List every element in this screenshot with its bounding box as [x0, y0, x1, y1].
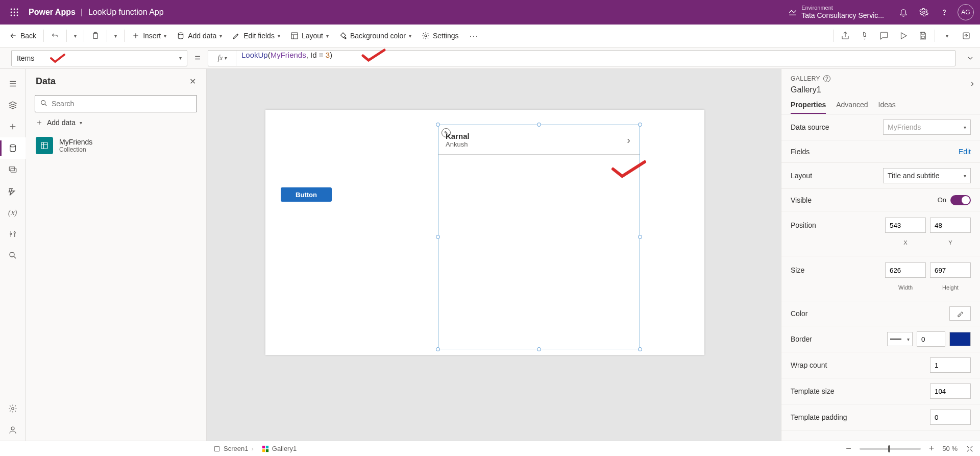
rail-hamburger-icon[interactable]	[0, 73, 26, 94]
formula-input[interactable]: LookUp(MyFriends, Id = 3)	[236, 51, 955, 66]
red-check-annotation	[50, 53, 65, 63]
publish-icon[interactable]	[957, 26, 976, 46]
paste-button[interactable]	[86, 25, 105, 47]
rail-search-icon[interactable]	[0, 245, 26, 266]
undo-dropdown[interactable]: ▾	[69, 25, 82, 47]
share-icon[interactable]	[836, 26, 855, 46]
app-launcher-icon[interactable]	[6, 4, 22, 20]
prop-category: GALLERY ?	[791, 75, 971, 82]
chevron-right-icon[interactable]: ›	[971, 78, 974, 89]
zoom-out-icon[interactable]: −	[846, 443, 851, 454]
prop-templatepadding-value[interactable]	[930, 410, 971, 425]
data-pane-title: Data	[36, 76, 189, 87]
tab-properties[interactable]: Properties	[791, 101, 826, 114]
save-dropdown[interactable]: ▾	[937, 26, 957, 46]
bgcolor-button[interactable]: Background color ▾	[334, 25, 416, 47]
back-arrow-icon	[9, 32, 17, 40]
rail-media-icon[interactable]	[0, 159, 26, 180]
rail-flow-icon[interactable]	[0, 180, 26, 202]
zoom-slider[interactable]	[860, 448, 921, 450]
chevron-right-icon[interactable]: ›	[627, 134, 630, 146]
insert-button[interactable]: Insert ▾	[127, 25, 172, 47]
info-icon[interactable]: ?	[823, 75, 830, 82]
comment-icon[interactable]	[874, 26, 894, 46]
prop-wrapcount-label: Wrap count	[791, 361, 926, 369]
svg-rect-22	[9, 167, 15, 171]
notifications-icon[interactable]	[893, 2, 914, 22]
canvas-button[interactable]: Button	[281, 187, 332, 202]
rail-ask-icon[interactable]	[0, 419, 26, 441]
prop-color-label: Color	[791, 309, 945, 318]
rail-variables-icon[interactable]: (𝑥)	[0, 202, 26, 223]
resize-handle[interactable]	[537, 347, 541, 351]
rail-tree-icon[interactable]	[0, 94, 26, 116]
resize-handle[interactable]	[436, 235, 440, 239]
gallery-row[interactable]: Karnal Ankush ›	[438, 125, 640, 155]
rail-data-icon[interactable]	[0, 137, 26, 159]
prop-fields-edit[interactable]: Edit	[959, 148, 971, 156]
svg-point-16	[425, 35, 427, 37]
paste-dropdown[interactable]: ▾	[109, 25, 122, 47]
back-button[interactable]: Back	[4, 25, 41, 47]
app-screen[interactable]: Button ✎ Karnal Ankush ›	[265, 110, 704, 355]
help-icon[interactable]	[934, 2, 954, 22]
data-source-item[interactable]: MyFriends Collection	[26, 132, 206, 159]
add-data-link[interactable]: Add data ▾	[26, 116, 206, 132]
undo-button[interactable]	[46, 25, 64, 47]
breadcrumb-gallery[interactable]: Gallery1	[262, 445, 297, 452]
resize-handle[interactable]	[436, 123, 440, 127]
environment-picker[interactable]: Environment Tata Consultancy Servic...	[788, 5, 884, 20]
resize-handle[interactable]	[638, 123, 642, 127]
resize-handle[interactable]	[537, 123, 541, 127]
prop-layout-value[interactable]: Title and subtitle▾	[883, 168, 971, 183]
close-icon[interactable]: ✕	[189, 77, 196, 86]
breadcrumb-screen[interactable]: Screen1 ›	[213, 445, 254, 452]
formula-expand-icon[interactable]	[961, 49, 980, 68]
resize-handle[interactable]	[638, 347, 642, 351]
prop-wrapcount-value[interactable]	[930, 357, 971, 373]
zoom-in-icon[interactable]: +	[929, 443, 935, 454]
layout-button[interactable]: Layout ▾	[285, 25, 334, 47]
data-icon	[177, 32, 185, 40]
data-search-input[interactable]	[35, 95, 197, 112]
visible-toggle[interactable]	[950, 195, 971, 205]
rail-insert-icon[interactable]	[0, 116, 26, 137]
tab-ideas[interactable]: Ideas	[878, 101, 896, 114]
design-canvas[interactable]: Button ✎ Karnal Ankush ›	[207, 69, 781, 441]
svg-point-27	[11, 407, 14, 410]
rail-tools-icon[interactable]	[0, 223, 26, 245]
prop-height[interactable]	[930, 262, 971, 278]
prop-pos-y[interactable]	[930, 218, 971, 233]
settings-label: Settings	[433, 32, 459, 40]
play-icon[interactable]	[894, 26, 913, 46]
prop-width[interactable]	[885, 262, 926, 278]
svg-rect-14	[291, 33, 298, 39]
checker-icon[interactable]	[855, 26, 874, 46]
resize-handle[interactable]	[638, 235, 642, 239]
resize-handle[interactable]	[436, 347, 440, 351]
edit-fields-label: Edit fields	[243, 32, 275, 40]
save-icon[interactable]	[913, 26, 933, 46]
rail-settings-icon[interactable]	[0, 398, 26, 419]
color-magic-icon[interactable]	[949, 306, 971, 321]
gallery-control[interactable]: ✎ Karnal Ankush ›	[438, 125, 640, 349]
border-color-swatch[interactable]	[949, 332, 971, 346]
settings-button[interactable]: Settings	[416, 25, 464, 47]
add-data-button[interactable]: Add data ▾	[172, 25, 227, 47]
prop-templatesize-value[interactable]	[930, 383, 971, 399]
user-avatar[interactable]: AG	[958, 4, 974, 20]
separator	[107, 30, 107, 42]
prop-pos-x[interactable]	[885, 218, 926, 233]
prop-border-value[interactable]	[917, 331, 945, 347]
svg-rect-35	[266, 449, 268, 451]
environment-name: Tata Consultancy Servic...	[801, 11, 884, 20]
edit-fields-button[interactable]: Edit fields ▾	[227, 25, 285, 47]
fit-screen-icon[interactable]	[966, 445, 974, 453]
tab-advanced[interactable]: Advanced	[836, 101, 868, 114]
property-selector[interactable]: Items ▾	[11, 50, 187, 66]
prop-datasource-value[interactable]: MyFriends▾	[883, 119, 971, 135]
more-actions-icon[interactable]: ⋯	[464, 25, 483, 47]
fx-button[interactable]: fx▾	[208, 51, 236, 66]
settings-gear-icon[interactable]	[914, 2, 934, 22]
border-style-picker[interactable]: ▾	[887, 332, 913, 346]
